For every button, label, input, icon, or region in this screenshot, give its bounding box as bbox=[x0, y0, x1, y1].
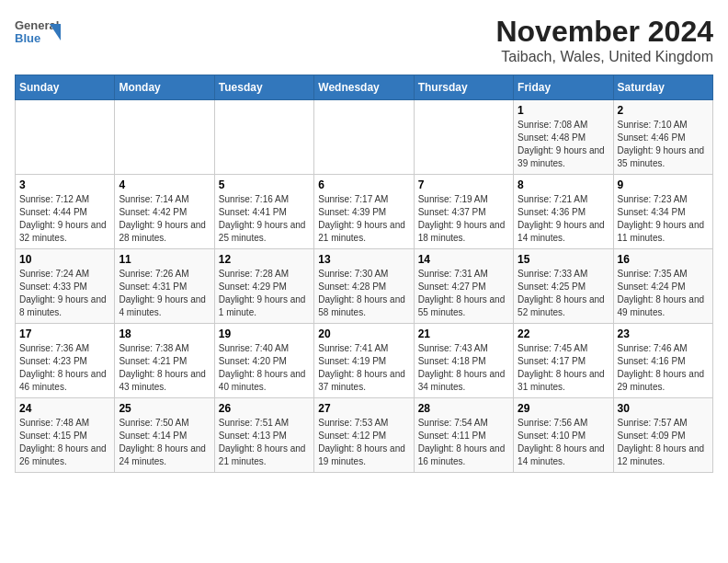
day-number: 1 bbox=[518, 104, 609, 117]
calendar-cell bbox=[414, 100, 513, 175]
day-number: 27 bbox=[318, 402, 409, 415]
calendar-row: 10Sunrise: 7:24 AMSunset: 4:33 PMDayligh… bbox=[16, 249, 713, 324]
calendar-cell bbox=[16, 100, 115, 175]
calendar-cell: 13Sunrise: 7:30 AMSunset: 4:28 PMDayligh… bbox=[314, 249, 414, 324]
day-info: Sunrise: 7:24 AMSunset: 4:33 PMDaylight:… bbox=[19, 268, 110, 319]
day-number: 20 bbox=[318, 327, 409, 340]
calendar-cell: 18Sunrise: 7:38 AMSunset: 4:21 PMDayligh… bbox=[115, 324, 214, 398]
day-number: 6 bbox=[318, 178, 409, 191]
day-info: Sunrise: 7:30 AMSunset: 4:28 PMDaylight:… bbox=[318, 268, 409, 319]
col-tuesday: Tuesday bbox=[214, 75, 313, 100]
calendar-cell: 3Sunrise: 7:12 AMSunset: 4:44 PMDaylight… bbox=[16, 175, 115, 249]
col-saturday: Saturday bbox=[613, 75, 712, 100]
day-info: Sunrise: 7:35 AMSunset: 4:24 PMDaylight:… bbox=[618, 268, 709, 319]
header-row: Sunday Monday Tuesday Wednesday Thursday… bbox=[16, 75, 713, 100]
calendar-cell: 29Sunrise: 7:56 AMSunset: 4:10 PMDayligh… bbox=[514, 398, 613, 473]
calendar-cell bbox=[314, 100, 414, 175]
day-info: Sunrise: 7:36 AMSunset: 4:23 PMDaylight:… bbox=[19, 342, 110, 394]
calendar-cell: 10Sunrise: 7:24 AMSunset: 4:33 PMDayligh… bbox=[16, 249, 115, 324]
day-info: Sunrise: 7:08 AMSunset: 4:48 PMDaylight:… bbox=[518, 119, 609, 170]
day-number: 29 bbox=[518, 402, 609, 415]
col-monday: Monday bbox=[115, 75, 214, 100]
day-info: Sunrise: 7:14 AMSunset: 4:42 PMDaylight:… bbox=[119, 193, 210, 245]
calendar-cell: 12Sunrise: 7:28 AMSunset: 4:29 PMDayligh… bbox=[214, 249, 313, 324]
title-block: November 2024 Taibach, Wales, United Kin… bbox=[495, 15, 713, 65]
day-number: 3 bbox=[19, 178, 110, 191]
calendar-cell: 24Sunrise: 7:48 AMSunset: 4:15 PMDayligh… bbox=[16, 398, 115, 473]
day-number: 23 bbox=[618, 327, 709, 340]
day-number: 5 bbox=[219, 178, 310, 191]
calendar-cell: 1Sunrise: 7:08 AMSunset: 4:48 PMDaylight… bbox=[514, 100, 613, 175]
day-info: Sunrise: 7:56 AMSunset: 4:10 PMDaylight:… bbox=[518, 417, 609, 468]
day-info: Sunrise: 7:45 AMSunset: 4:17 PMDaylight:… bbox=[518, 342, 609, 394]
day-info: Sunrise: 7:46 AMSunset: 4:16 PMDaylight:… bbox=[618, 342, 709, 394]
calendar-header: Sunday Monday Tuesday Wednesday Thursday… bbox=[16, 75, 713, 100]
calendar-cell: 21Sunrise: 7:43 AMSunset: 4:18 PMDayligh… bbox=[414, 324, 513, 398]
calendar-row: 24Sunrise: 7:48 AMSunset: 4:15 PMDayligh… bbox=[16, 398, 713, 473]
calendar-cell: 15Sunrise: 7:33 AMSunset: 4:25 PMDayligh… bbox=[514, 249, 613, 324]
day-info: Sunrise: 7:51 AMSunset: 4:13 PMDaylight:… bbox=[219, 417, 310, 468]
col-thursday: Thursday bbox=[414, 75, 513, 100]
calendar-body: 1Sunrise: 7:08 AMSunset: 4:48 PMDaylight… bbox=[16, 100, 713, 473]
day-info: Sunrise: 7:17 AMSunset: 4:39 PMDaylight:… bbox=[318, 193, 409, 245]
day-info: Sunrise: 7:54 AMSunset: 4:11 PMDaylight:… bbox=[418, 417, 509, 468]
calendar-cell: 26Sunrise: 7:51 AMSunset: 4:13 PMDayligh… bbox=[214, 398, 313, 473]
day-number: 4 bbox=[119, 178, 210, 191]
day-number: 19 bbox=[219, 327, 310, 340]
day-number: 17 bbox=[19, 327, 110, 340]
day-number: 12 bbox=[219, 253, 310, 266]
calendar-cell: 7Sunrise: 7:19 AMSunset: 4:37 PMDaylight… bbox=[414, 175, 513, 249]
logo-icon: General Blue bbox=[15, 15, 61, 50]
col-wednesday: Wednesday bbox=[314, 75, 414, 100]
day-number: 16 bbox=[618, 253, 709, 266]
svg-text:Blue: Blue bbox=[15, 31, 40, 45]
calendar-cell: 11Sunrise: 7:26 AMSunset: 4:31 PMDayligh… bbox=[115, 249, 214, 324]
day-info: Sunrise: 7:41 AMSunset: 4:19 PMDaylight:… bbox=[318, 342, 409, 394]
calendar-row: 3Sunrise: 7:12 AMSunset: 4:44 PMDaylight… bbox=[16, 175, 713, 249]
calendar-cell: 27Sunrise: 7:53 AMSunset: 4:12 PMDayligh… bbox=[314, 398, 414, 473]
calendar-cell: 14Sunrise: 7:31 AMSunset: 4:27 PMDayligh… bbox=[414, 249, 513, 324]
calendar-row: 17Sunrise: 7:36 AMSunset: 4:23 PMDayligh… bbox=[16, 324, 713, 398]
day-number: 24 bbox=[19, 402, 110, 415]
calendar-cell: 16Sunrise: 7:35 AMSunset: 4:24 PMDayligh… bbox=[613, 249, 712, 324]
calendar-cell: 5Sunrise: 7:16 AMSunset: 4:41 PMDaylight… bbox=[214, 175, 313, 249]
day-number: 10 bbox=[19, 253, 110, 266]
calendar-cell: 30Sunrise: 7:57 AMSunset: 4:09 PMDayligh… bbox=[613, 398, 712, 473]
calendar-cell: 22Sunrise: 7:45 AMSunset: 4:17 PMDayligh… bbox=[514, 324, 613, 398]
calendar-cell: 8Sunrise: 7:21 AMSunset: 4:36 PMDaylight… bbox=[514, 175, 613, 249]
day-number: 9 bbox=[618, 178, 709, 191]
day-number: 22 bbox=[518, 327, 609, 340]
calendar-cell: 28Sunrise: 7:54 AMSunset: 4:11 PMDayligh… bbox=[414, 398, 513, 473]
day-number: 13 bbox=[318, 253, 409, 266]
day-info: Sunrise: 7:31 AMSunset: 4:27 PMDaylight:… bbox=[418, 268, 509, 319]
day-number: 26 bbox=[219, 402, 310, 415]
day-number: 21 bbox=[418, 327, 509, 340]
day-number: 25 bbox=[119, 402, 210, 415]
day-number: 15 bbox=[518, 253, 609, 266]
day-info: Sunrise: 7:16 AMSunset: 4:41 PMDaylight:… bbox=[219, 193, 310, 245]
day-info: Sunrise: 7:57 AMSunset: 4:09 PMDaylight:… bbox=[618, 417, 709, 468]
day-info: Sunrise: 7:28 AMSunset: 4:29 PMDaylight:… bbox=[219, 268, 310, 319]
day-number: 30 bbox=[618, 402, 709, 415]
calendar-cell: 23Sunrise: 7:46 AMSunset: 4:16 PMDayligh… bbox=[613, 324, 712, 398]
day-info: Sunrise: 7:10 AMSunset: 4:46 PMDaylight:… bbox=[618, 119, 709, 170]
day-number: 8 bbox=[518, 178, 609, 191]
month-title: November 2024 bbox=[495, 15, 713, 49]
calendar-cell: 20Sunrise: 7:41 AMSunset: 4:19 PMDayligh… bbox=[314, 324, 414, 398]
calendar-cell bbox=[214, 100, 313, 175]
calendar-cell: 2Sunrise: 7:10 AMSunset: 4:46 PMDaylight… bbox=[613, 100, 712, 175]
calendar-table: Sunday Monday Tuesday Wednesday Thursday… bbox=[15, 75, 713, 473]
logo: General Blue bbox=[15, 15, 61, 50]
day-info: Sunrise: 7:19 AMSunset: 4:37 PMDaylight:… bbox=[418, 193, 509, 245]
calendar-row: 1Sunrise: 7:08 AMSunset: 4:48 PMDaylight… bbox=[16, 100, 713, 175]
calendar-cell: 19Sunrise: 7:40 AMSunset: 4:20 PMDayligh… bbox=[214, 324, 313, 398]
col-sunday: Sunday bbox=[16, 75, 115, 100]
calendar-cell: 6Sunrise: 7:17 AMSunset: 4:39 PMDaylight… bbox=[314, 175, 414, 249]
day-number: 7 bbox=[418, 178, 509, 191]
day-info: Sunrise: 7:26 AMSunset: 4:31 PMDaylight:… bbox=[119, 268, 210, 319]
day-info: Sunrise: 7:43 AMSunset: 4:18 PMDaylight:… bbox=[418, 342, 509, 394]
day-number: 18 bbox=[119, 327, 210, 340]
day-number: 2 bbox=[618, 104, 709, 117]
day-info: Sunrise: 7:53 AMSunset: 4:12 PMDaylight:… bbox=[318, 417, 409, 468]
day-info: Sunrise: 7:48 AMSunset: 4:15 PMDaylight:… bbox=[19, 417, 110, 468]
